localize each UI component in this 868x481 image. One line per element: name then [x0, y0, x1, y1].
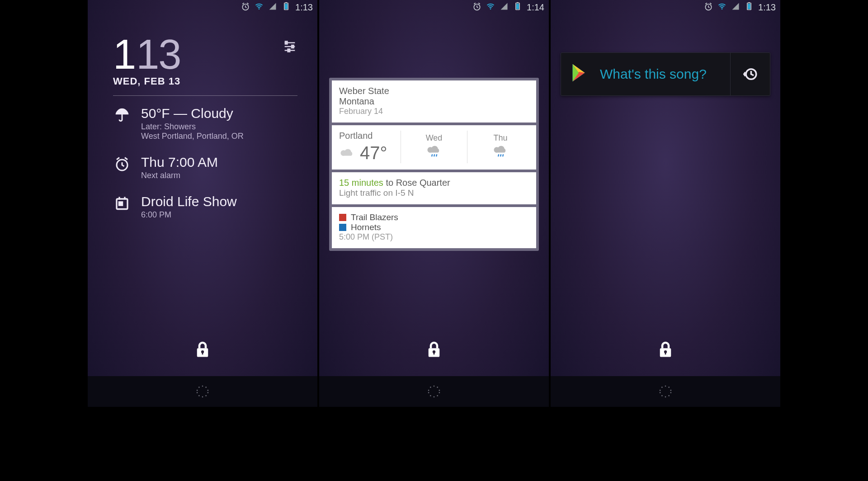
lock-icon: [193, 340, 212, 358]
signal-icon: [268, 2, 277, 13]
event-title: Weber State: [339, 86, 529, 96]
svg-point-41: [660, 392, 661, 393]
lock-handle[interactable]: [551, 322, 780, 376]
wifi-icon: [255, 2, 264, 13]
svg-point-43: [661, 387, 663, 388]
extension-alarm[interactable]: Thu 7:00 AM Next alarm: [113, 155, 297, 180]
google-play-icon: [569, 62, 590, 86]
nav-ring-icon: [658, 384, 673, 399]
extension-weather[interactable]: 50°F — Cloudy Later: Showers West Portla…: [113, 106, 297, 141]
dashclock-widget[interactable]: 1 13 WED, FEB 13 50°F — Cloudy Later: Sh…: [88, 14, 317, 220]
event-date: February 14: [339, 107, 529, 116]
lockscreen-google-now: 1:14 Weber State Montana February 14 Por…: [319, 0, 549, 407]
svg-point-14: [202, 386, 203, 387]
status-bar: 1:13: [88, 0, 317, 14]
sound-search-label: What's this song?: [600, 66, 707, 82]
google-now-widget[interactable]: Weber State Montana February 14 Portland…: [319, 14, 549, 251]
now-card-traffic[interactable]: 15 minutes to Rose Quarter Light traffic…: [332, 172, 536, 204]
now-card-weather[interactable]: Portland 47° Wed: [332, 125, 536, 170]
team-a: Trail Blazers: [351, 212, 398, 222]
divider: [113, 95, 297, 96]
status-bar: 1:14: [319, 0, 549, 14]
svg-point-37: [670, 392, 672, 393]
svg-point-16: [208, 390, 209, 391]
divider: [401, 131, 401, 163]
forecast-day-label: Wed: [426, 133, 443, 143]
lock-handle[interactable]: [88, 322, 317, 376]
alarm-time: Thu 7:00 AM: [141, 155, 218, 170]
now-card-sports[interactable]: Trail Blazers Hornets 5:00 PM (PST): [332, 207, 536, 248]
history-icon: [743, 66, 758, 82]
nav-ring-icon: [426, 384, 442, 399]
status-time: 1:13: [758, 2, 776, 13]
svg-point-15: [205, 387, 207, 388]
divider: [467, 131, 467, 163]
status-time: 1:14: [527, 2, 544, 13]
clock-hour: 1: [113, 31, 135, 78]
event-subtitle: Montana: [339, 96, 529, 107]
weather-temp: 47°: [360, 143, 387, 163]
battery-icon: [282, 2, 291, 13]
battery-icon: [745, 2, 754, 13]
svg-point-29: [434, 396, 435, 398]
lock-icon: [656, 340, 675, 358]
svg-point-42: [660, 390, 661, 391]
lockscreen-dashclock: 1:13 1 13 WED, FEB 13: [88, 0, 317, 407]
wifi-icon: [717, 2, 726, 13]
svg-point-31: [428, 392, 429, 393]
sound-search-button[interactable]: What's this song?: [561, 53, 730, 95]
weather-summary: 50°F — Cloudy: [141, 106, 244, 121]
svg-point-21: [197, 392, 198, 393]
lockscreen-sound-search: 1:13 What's this song?: [551, 0, 780, 407]
svg-point-19: [202, 396, 203, 398]
battery-icon: [513, 2, 522, 13]
umbrella-icon: [113, 106, 131, 123]
cloud-icon: [339, 143, 355, 163]
svg-point-18: [205, 395, 207, 396]
sound-history-button[interactable]: [730, 53, 770, 95]
svg-point-22: [197, 390, 198, 391]
traffic-detail: Light traffic on I-5 N: [339, 188, 529, 198]
signal-icon: [731, 2, 740, 13]
svg-point-25: [437, 387, 438, 388]
rain-icon: [492, 145, 509, 160]
team-logo-icon: [339, 214, 346, 221]
svg-point-26: [439, 390, 440, 391]
weather-later: Later: Showers: [141, 122, 244, 132]
svg-point-17: [208, 392, 209, 393]
status-time: 1:13: [295, 2, 313, 13]
nav-bar: [319, 376, 549, 407]
traffic-duration: 15 minutes: [339, 178, 383, 188]
alarm-icon: [241, 2, 250, 13]
settings-sliders-icon[interactable]: [282, 39, 297, 56]
alarm-icon: [704, 2, 713, 13]
extension-calendar[interactable]: Droid Life Show 6:00 PM: [113, 194, 297, 220]
calendar-icon: [113, 194, 131, 211]
svg-point-40: [661, 395, 663, 396]
signal-icon: [500, 2, 509, 13]
now-card-event[interactable]: Weber State Montana February 14: [332, 80, 536, 123]
svg-point-27: [439, 392, 440, 393]
svg-point-28: [437, 395, 438, 396]
svg-point-24: [434, 386, 435, 387]
weather-city: Portland: [339, 131, 396, 141]
team-b: Hornets: [351, 222, 381, 232]
clock: 1 13: [113, 31, 181, 78]
svg-point-23: [198, 387, 200, 388]
alarm-icon: [472, 2, 481, 13]
lock-handle[interactable]: [319, 322, 549, 376]
lock-icon: [425, 340, 443, 358]
clock-minute: 13: [136, 31, 180, 78]
event-time: 6:00 PM: [141, 210, 237, 220]
game-time: 5:00 PM (PST): [339, 232, 529, 242]
alarm-label: Next alarm: [141, 171, 218, 180]
svg-point-38: [668, 395, 670, 396]
svg-point-34: [665, 386, 666, 387]
weather-location: West Portland, Portland, OR: [141, 132, 244, 141]
event-title: Droid Life Show: [141, 194, 237, 209]
nav-bar: [88, 376, 317, 407]
rain-icon: [426, 145, 442, 160]
team-logo-icon: [339, 224, 346, 231]
alarm-icon: [113, 155, 131, 172]
nav-bar: [551, 376, 780, 407]
